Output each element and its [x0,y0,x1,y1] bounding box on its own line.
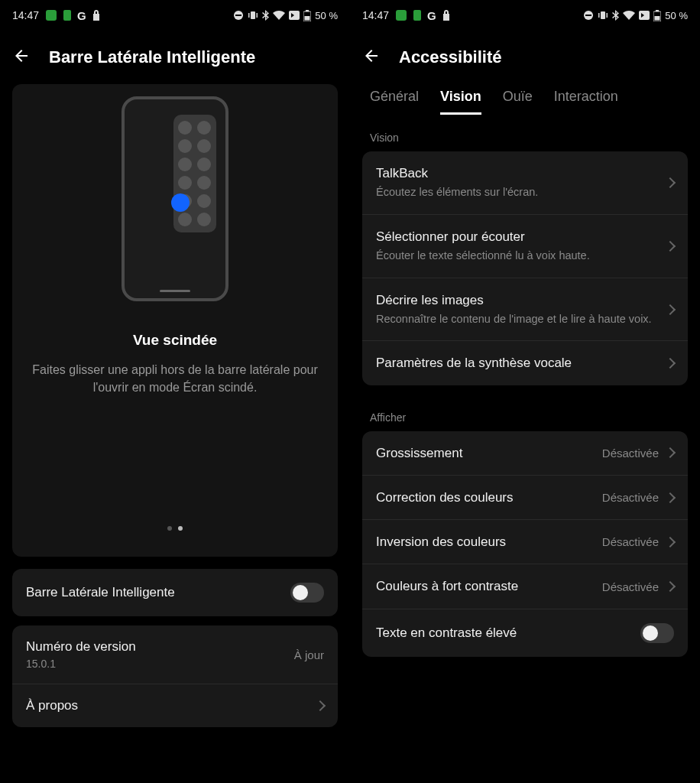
version-value: 15.0.1 [26,658,136,670]
bluetooth-icon [612,10,619,21]
wifi-icon [273,11,285,20]
lock-icon [92,10,100,21]
battery-saver-icon [413,10,421,21]
notif-icon-1 [45,9,57,21]
status-time: 14:47 [362,9,389,21]
status-time: 14:47 [12,9,39,21]
list-item-high-contrast-text[interactable]: Texte en contraste élevé [362,609,688,657]
list-item-color-correction[interactable]: Correction des couleurs Désactivée [362,476,688,520]
item-status: Désactivée [602,580,659,593]
tab-bar: Général Vision Ouïe Interaction [350,84,700,115]
about-label: À propos [26,698,78,713]
chevron-right-icon [665,358,676,369]
preview-title: Vue scindée [133,332,217,349]
header: Barre Latérale Intelligente [0,31,350,84]
tab-general[interactable]: Général [370,89,419,115]
item-status: Désactivée [602,535,659,548]
list-item-describe-images[interactable]: Décrire les images Reconnaître le conten… [362,278,688,342]
page-title: Barre Latérale Intelligente [49,47,255,67]
display-list: Grossissement Désactivée Correction des … [362,431,688,657]
item-title: Couleurs à fort contraste [376,578,593,594]
svg-rect-16 [598,13,600,18]
item-status: Désactivée [602,491,659,504]
item-desc: Écouter le texte sélectionné lu à voix h… [376,249,657,264]
svg-rect-10 [305,16,310,21]
tab-vision[interactable]: Vision [440,89,481,115]
vibrate-icon [598,10,608,21]
lock-icon [442,10,450,21]
chevron-right-icon [665,177,676,188]
battery-percent: 50 % [665,10,688,21]
bluetooth-icon [262,10,269,21]
list-item-color-inversion[interactable]: Inversion des couleurs Désactivée [362,520,688,564]
about-row[interactable]: À propos [12,684,338,727]
svg-rect-17 [607,13,608,18]
chevron-right-icon [665,492,676,502]
item-title: Correction des couleurs [376,489,593,505]
battery-saver-icon [63,10,71,21]
tab-interaction[interactable]: Interaction [554,89,618,115]
toggle-card: Barre Latérale Intelligente [12,569,338,616]
list-item-high-contrast-colors[interactable]: Couleurs à fort contraste Désactivée [362,564,688,609]
svg-rect-11 [396,10,407,21]
item-status: Désactivée [602,447,659,460]
toggle-switch[interactable] [640,623,674,643]
version-row[interactable]: Numéro de version 15.0.1 À jour [12,625,338,684]
page-title: Accessibilité [399,47,502,67]
battery-icon [303,10,311,21]
wifi-icon [623,11,635,20]
dnd-icon [583,10,594,21]
item-title: Grossissement [376,445,593,461]
preview-card[interactable]: Vue scindée Faites glisser une appli hor… [12,84,338,557]
svg-rect-21 [655,16,660,21]
screen-accessibility: 14:47 G 50 % Accessibilité Général Visio… [350,0,700,783]
google-icon: G [427,9,436,22]
svg-rect-4 [251,11,255,19]
drag-indicator-icon [171,193,190,212]
back-button[interactable] [12,47,31,68]
back-button[interactable] [362,47,381,68]
notif-icon-1 [395,9,407,21]
phone-mock-illustration [122,96,228,301]
signal-icon [639,11,650,20]
screen-sidebar-settings: 14:47 G 50 % Barre Latérale Intell [0,0,350,783]
item-title: Décrire les images [376,292,657,308]
svg-rect-0 [46,10,57,21]
list-item-select-to-speak[interactable]: Sélectionner pour écouter Écouter le tex… [362,215,688,278]
chevron-right-icon [665,241,676,252]
battery-icon [653,10,661,21]
list-item-tts-settings[interactable]: Paramètres de la synthèse vocale [362,341,688,385]
section-vision-label: Vision [350,115,700,151]
vibrate-icon [248,10,258,21]
item-desc: Écoutez les éléments sur l'écran. [376,185,657,200]
item-title: Sélectionner pour écouter [376,229,657,245]
status-bar: 14:47 G 50 % [0,0,350,31]
preview-description: Faites glisser une appli hors de la barr… [24,361,326,396]
item-title: Paramètres de la synthèse vocale [376,355,657,371]
list-item-magnification[interactable]: Grossissement Désactivée [362,431,688,476]
chevron-right-icon [665,447,676,458]
svg-rect-12 [413,10,421,21]
svg-rect-3 [235,15,241,16]
item-title: TalkBack [376,165,657,181]
tab-hearing[interactable]: Ouïe [503,89,533,115]
google-icon: G [77,9,86,22]
battery-percent: 50 % [315,10,338,21]
svg-rect-1 [63,10,71,21]
info-card: Numéro de version 15.0.1 À jour À propos [12,625,338,727]
section-display-label: Afficher [350,395,700,431]
svg-rect-14 [585,15,591,16]
page-indicator [167,526,183,531]
chevron-right-icon [665,304,676,314]
toggle-switch[interactable] [290,583,324,603]
smart-sidebar-toggle-row[interactable]: Barre Latérale Intelligente [12,569,338,616]
svg-rect-5 [248,13,250,18]
vision-list: TalkBack Écoutez les éléments sur l'écra… [362,151,688,385]
item-title: Inversion des couleurs [376,534,593,550]
svg-rect-6 [257,13,258,18]
chevron-right-icon [665,537,676,547]
chevron-right-icon [315,700,326,711]
list-item-talkback[interactable]: TalkBack Écoutez les éléments sur l'écra… [362,151,688,215]
version-title: Numéro de version [26,639,136,655]
signal-icon [289,11,300,20]
